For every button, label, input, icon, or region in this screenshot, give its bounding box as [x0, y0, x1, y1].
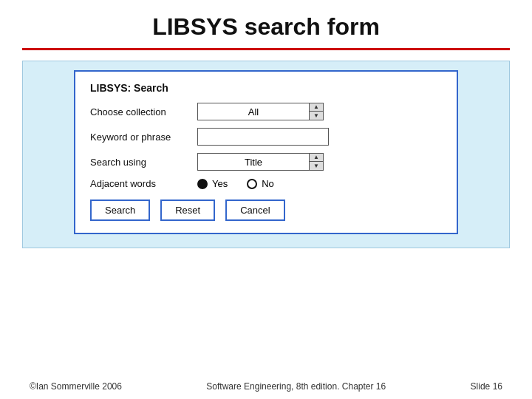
radio-no-label: No [262, 178, 274, 189]
footer-left: ©Ian Sommerville 2006 [30, 381, 122, 392]
page-title: LIBSYS search form [0, 0, 532, 48]
select-searchusing-value: Title [198, 154, 309, 170]
footer: ©Ian Sommerville 2006 Software Engineeri… [0, 381, 532, 392]
form-title: LIBSYS: Search [90, 82, 442, 94]
search-button[interactable]: Search [90, 200, 150, 221]
light-blue-area: LIBSYS: Search Choose collection All ▲ ▼… [22, 61, 510, 248]
arrow-up-icon-2[interactable]: ▲ [310, 154, 323, 162]
arrow-up-icon[interactable]: ▲ [310, 103, 323, 112]
footer-right: Slide 16 [471, 381, 502, 392]
footer-center: Software Engineering, 8th edition. Chapt… [206, 381, 386, 392]
keyword-input[interactable] [197, 128, 329, 146]
arrow-down-icon[interactable]: ▼ [310, 112, 323, 120]
label-searchusing: Search using [90, 157, 197, 168]
radio-yes-label: Yes [212, 178, 228, 189]
red-divider [22, 48, 510, 50]
form-row-keyword: Keyword or phrase [90, 128, 442, 146]
select-collection-value: All [198, 104, 309, 120]
reset-button[interactable]: Reset [160, 200, 215, 221]
radio-yes-button[interactable] [197, 179, 208, 189]
select-collection[interactable]: All ▲ ▼ [197, 103, 324, 120]
cancel-button[interactable]: Cancel [225, 200, 284, 221]
radio-group: Yes No [197, 178, 289, 189]
button-row: Search Reset Cancel [90, 200, 442, 221]
label-collection: Choose collection [90, 106, 197, 117]
radio-no-button[interactable] [247, 179, 257, 189]
arrow-down-icon-2[interactable]: ▼ [310, 162, 323, 170]
form-row-adjacent: Adjacent words Yes No [90, 178, 442, 189]
form-box: LIBSYS: Search Choose collection All ▲ ▼… [74, 70, 458, 234]
select-collection-arrows[interactable]: ▲ ▼ [309, 103, 323, 120]
form-row-collection: Choose collection All ▲ ▼ [90, 103, 442, 120]
select-searchusing[interactable]: Title ▲ ▼ [197, 153, 324, 171]
label-keyword: Keyword or phrase [90, 132, 197, 143]
select-searchusing-arrows[interactable]: ▲ ▼ [309, 154, 323, 170]
form-row-searchusing: Search using Title ▲ ▼ [90, 153, 442, 171]
label-adjacent: Adjacent words [90, 178, 197, 189]
